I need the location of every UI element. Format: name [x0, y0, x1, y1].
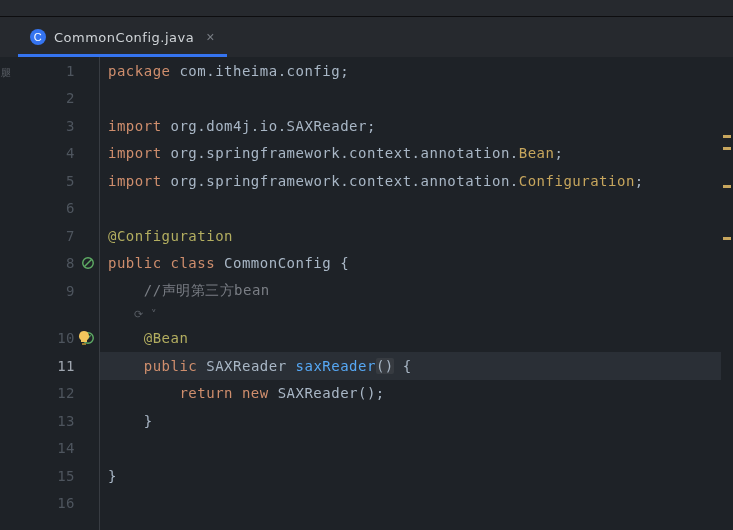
- code-token: import: [108, 145, 171, 161]
- code-token: [108, 330, 144, 346]
- code-token: //声明第三方bean: [108, 282, 270, 300]
- code-token: ;: [635, 173, 644, 189]
- line-number: 9: [66, 283, 75, 299]
- code-token: public class: [108, 255, 224, 271]
- code-line[interactable]: }: [100, 462, 721, 490]
- warning-marker[interactable]: [723, 135, 731, 138]
- code-token: Configuration: [519, 173, 635, 189]
- code-token: import: [108, 118, 171, 134]
- line-number: 5: [66, 173, 75, 189]
- line-number: 6: [66, 200, 75, 216]
- code-token: package: [108, 63, 179, 79]
- code-line[interactable]: return new SAXReader();: [100, 380, 721, 408]
- svg-line-1: [85, 260, 92, 267]
- gutter-row: 11: [0, 352, 99, 380]
- code-line[interactable]: ⟳ ˅: [100, 305, 721, 325]
- gutter: 12345678910111213141516: [0, 57, 100, 530]
- svg-rect-3: [82, 343, 86, 345]
- code-line[interactable]: import org.springframework.context.annot…: [100, 140, 721, 168]
- gutter-row: 13: [0, 407, 99, 435]
- line-number: 11: [57, 358, 75, 374]
- gutter-row: 9: [0, 277, 99, 305]
- code-line[interactable]: [100, 85, 721, 113]
- code-line[interactable]: @Configuration: [100, 222, 721, 250]
- code-line[interactable]: import org.dom4j.io.SAXReader;: [100, 112, 721, 140]
- code-token: org.dom4j.io.SAXReader;: [171, 118, 376, 134]
- code-token: {: [394, 358, 412, 374]
- code-token: [108, 358, 144, 374]
- line-number: 8: [66, 255, 75, 271]
- code-token: @Configuration: [108, 228, 233, 244]
- line-number: 4: [66, 145, 75, 161]
- line-number: 3: [66, 118, 75, 134]
- tab-filename: CommonConfig.java: [54, 30, 194, 45]
- window-titlebar: [0, 0, 733, 17]
- gutter-row: 4: [0, 140, 99, 168]
- code-line[interactable]: }: [100, 407, 721, 435]
- line-number: 1: [66, 63, 75, 79]
- line-number: 2: [66, 90, 75, 106]
- line-number: 14: [57, 440, 75, 456]
- gutter-row: 7: [0, 222, 99, 250]
- code-token: import: [108, 173, 171, 189]
- code-line[interactable]: [100, 195, 721, 223]
- code-token: ;: [554, 145, 563, 161]
- code-editor[interactable]: 腿 12345678910111213141516 package com.it…: [0, 57, 733, 530]
- code-token: saxReader: [296, 358, 376, 374]
- gutter-row: 1: [0, 57, 99, 85]
- code-token: Bean: [519, 145, 555, 161]
- code-token: [108, 385, 179, 401]
- gutter-row: 16: [0, 490, 99, 518]
- gutter-row: 14: [0, 435, 99, 463]
- code-line[interactable]: [100, 490, 721, 518]
- editor-tabbar: C CommonConfig.java ×: [0, 17, 733, 57]
- editor-tab[interactable]: C CommonConfig.java ×: [18, 17, 227, 57]
- line-number: 7: [66, 228, 75, 244]
- code-token: com.itheima.config;: [179, 63, 349, 79]
- line-number: 16: [57, 495, 75, 511]
- scroll-marker-rail: [721, 57, 733, 530]
- code-token: org.springframework.context.annotation.: [171, 145, 519, 161]
- gutter-row: [0, 305, 99, 325]
- line-number: 10: [57, 330, 75, 346]
- refresh-icon[interactable]: ⟳ ˅: [137, 308, 155, 322]
- close-tab-icon[interactable]: ×: [206, 29, 215, 45]
- gutter-row: 5: [0, 167, 99, 195]
- code-token: org.springframework.context.annotation.: [171, 173, 519, 189]
- code-token: }: [108, 468, 117, 484]
- gutter-row: 8: [0, 250, 99, 278]
- code-token: (): [376, 358, 394, 374]
- code-line[interactable]: public SAXReader saxReader() {: [100, 352, 721, 380]
- code-token: {: [340, 255, 349, 271]
- code-token: CommonConfig: [224, 255, 340, 271]
- line-number: 13: [57, 413, 75, 429]
- code-token: @Bean: [144, 330, 189, 346]
- code-line[interactable]: package com.itheima.config;: [100, 57, 721, 85]
- warning-marker[interactable]: [723, 185, 731, 188]
- warning-marker[interactable]: [723, 237, 731, 240]
- code-token: }: [108, 413, 153, 429]
- code-line[interactable]: import org.springframework.context.annot…: [100, 167, 721, 195]
- code-token: SAXReader();: [278, 385, 385, 401]
- code-line[interactable]: @Bean: [100, 325, 721, 353]
- code-token: public: [144, 358, 207, 374]
- intention-bulb-icon[interactable]: [76, 330, 92, 346]
- gutter-row: 15: [0, 462, 99, 490]
- gutter-row: 2: [0, 85, 99, 113]
- code-line[interactable]: [100, 435, 721, 463]
- noentry-icon[interactable]: [81, 256, 95, 270]
- line-number: 12: [57, 385, 75, 401]
- gutter-row: 6: [0, 195, 99, 223]
- gutter-row: 12: [0, 380, 99, 408]
- code-token: return new: [179, 385, 277, 401]
- line-number: 15: [57, 468, 75, 484]
- code-token: SAXReader: [206, 358, 295, 374]
- warning-marker[interactable]: [723, 147, 731, 150]
- gutter-row: 3: [0, 112, 99, 140]
- code-line[interactable]: //声明第三方bean: [100, 277, 721, 305]
- code-area[interactable]: package com.itheima.config;import org.do…: [100, 57, 721, 530]
- code-line[interactable]: public class CommonConfig {: [100, 250, 721, 278]
- java-class-file-icon: C: [30, 29, 46, 45]
